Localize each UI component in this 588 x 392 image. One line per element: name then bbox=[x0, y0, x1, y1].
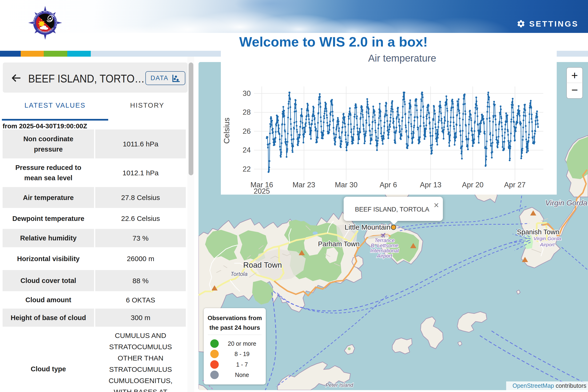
svg-text:28: 28 bbox=[243, 108, 251, 116]
svg-text:Air temperature: Air temperature bbox=[368, 53, 436, 64]
svg-text:Parham Town: Parham Town bbox=[318, 240, 360, 248]
svg-text:26: 26 bbox=[243, 127, 251, 135]
svg-text:Road Town: Road Town bbox=[243, 261, 282, 269]
svg-text:Virgin Gorda: Virgin Gorda bbox=[545, 198, 587, 207]
svg-text:2025: 2025 bbox=[254, 187, 270, 194]
svg-text:Mar 23: Mar 23 bbox=[292, 181, 315, 189]
svg-text:Apr 27: Apr 27 bbox=[504, 181, 525, 189]
svg-text:30: 30 bbox=[243, 89, 251, 98]
svg-text:Airport: Airport bbox=[377, 253, 393, 259]
svg-text:Peter Island: Peter Island bbox=[326, 382, 353, 388]
svg-text:Tortola: Tortola bbox=[230, 271, 248, 277]
svg-text:Airport: Airport bbox=[539, 242, 555, 247]
svg-text:Mar 30: Mar 30 bbox=[335, 181, 358, 189]
svg-text:Celsius: Celsius bbox=[222, 118, 231, 144]
svg-text:24: 24 bbox=[243, 146, 251, 154]
svg-text:Apr 20: Apr 20 bbox=[462, 181, 483, 189]
svg-text:Spanish Town: Spanish Town bbox=[517, 228, 559, 236]
svg-text:22: 22 bbox=[243, 165, 251, 173]
svg-text:Virgin Gorda: Virgin Gorda bbox=[533, 236, 561, 241]
svg-text:Little Mountain: Little Mountain bbox=[345, 223, 390, 231]
svg-text:Apr 6: Apr 6 bbox=[380, 181, 397, 189]
svg-text:Apr 13: Apr 13 bbox=[420, 181, 441, 189]
